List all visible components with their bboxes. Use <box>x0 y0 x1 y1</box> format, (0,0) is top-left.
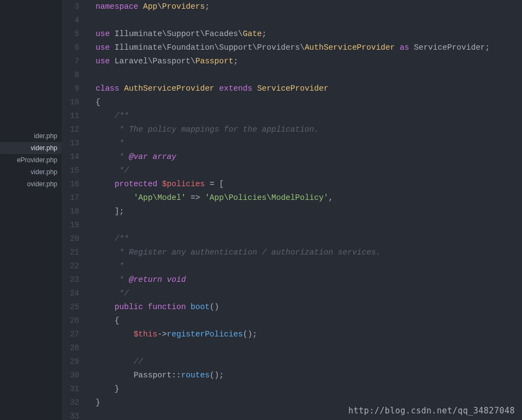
code-line[interactable]: /** <box>96 109 522 123</box>
code-line[interactable]: class AuthServiceProvider extends Servic… <box>96 82 522 96</box>
code-line[interactable]: */ <box>96 164 522 178</box>
line-number: 3 <box>62 0 87 14</box>
line-number: 19 <box>62 218 87 232</box>
code-line[interactable]: * Register any authentication / authoriz… <box>96 246 522 259</box>
code-line[interactable] <box>96 14 522 27</box>
code-line[interactable]: * @return void <box>96 273 522 287</box>
line-number: 31 <box>62 382 87 396</box>
line-number: 13 <box>62 137 87 150</box>
code-line[interactable]: * <box>96 137 522 150</box>
sidebar-file-item[interactable]: ovider.php <box>0 178 62 190</box>
line-number: 9 <box>62 82 87 96</box>
line-number: 21 <box>62 246 87 259</box>
code-line[interactable]: * The policy mappings for the applicatio… <box>96 123 522 137</box>
sidebar-file-item[interactable]: vider.php <box>0 142 62 154</box>
line-number: 15 <box>62 164 87 178</box>
line-number: 32 <box>62 396 87 410</box>
code-editor[interactable]: namespace App\Providers;use Illuminate\S… <box>87 0 522 420</box>
line-number: 27 <box>62 328 87 341</box>
line-number: 24 <box>62 287 87 300</box>
code-line[interactable]: use Illuminate\Support\Facades\Gate; <box>96 27 522 41</box>
line-number: 10 <box>62 96 87 109</box>
line-number: 29 <box>62 355 87 369</box>
code-line[interactable]: $this->registerPolicies(); <box>96 328 522 341</box>
code-line[interactable] <box>96 218 522 232</box>
code-line[interactable]: * <box>96 259 522 273</box>
code-line[interactable]: protected $policies = [ <box>96 178 522 191</box>
code-line[interactable]: // <box>96 355 522 369</box>
line-number: 22 <box>62 259 87 273</box>
sidebar-file-item[interactable]: eProvider.php <box>0 154 62 166</box>
line-number: 18 <box>62 205 87 218</box>
line-number: 30 <box>62 369 87 382</box>
line-number: 4 <box>62 14 87 27</box>
line-number: 26 <box>62 314 87 328</box>
line-number: 7 <box>62 55 87 68</box>
line-number: 20 <box>62 232 87 246</box>
code-line[interactable]: */ <box>96 287 522 300</box>
line-number: 11 <box>62 109 87 123</box>
code-line[interactable]: } <box>96 382 522 396</box>
code-line[interactable]: Passport::routes(); <box>96 369 522 382</box>
line-number: 25 <box>62 300 87 314</box>
code-line[interactable]: public function boot() <box>96 300 522 314</box>
code-line[interactable]: /** <box>96 232 522 246</box>
code-line[interactable]: use Illuminate\Foundation\Support\Provid… <box>96 41 522 55</box>
line-number: 6 <box>62 41 87 55</box>
line-number: 5 <box>62 27 87 41</box>
line-number: 12 <box>62 123 87 137</box>
code-line[interactable]: * @var array <box>96 150 522 164</box>
code-line[interactable]: use Laravel\Passport\Passport; <box>96 55 522 68</box>
line-number: 28 <box>62 341 87 355</box>
line-number: 16 <box>62 178 87 191</box>
line-number: 8 <box>62 68 87 82</box>
sidebar-file-item[interactable]: vider.php <box>0 166 62 178</box>
code-line[interactable] <box>96 68 522 82</box>
code-line[interactable]: { <box>96 96 522 109</box>
line-number: 17 <box>62 191 87 205</box>
sidebar-file-item[interactable]: ider.php <box>0 130 62 142</box>
line-number: 23 <box>62 273 87 287</box>
watermark-text: http://blog.csdn.net/qq_34827048 <box>348 406 515 416</box>
code-line[interactable]: { <box>96 314 522 328</box>
line-number: 33 <box>62 410 87 420</box>
code-line[interactable]: 'App\Model' => 'App\Policies\ModelPolicy… <box>96 191 522 205</box>
code-line[interactable] <box>96 341 522 355</box>
line-number-gutter: 3456789101112131415161718192021222324252… <box>62 0 87 420</box>
file-sidebar: ider.phpvider.phpeProvider.phpvider.phpo… <box>0 0 62 420</box>
code-line[interactable]: namespace App\Providers; <box>96 0 522 14</box>
code-line[interactable]: ]; <box>96 205 522 218</box>
line-number: 14 <box>62 150 87 164</box>
